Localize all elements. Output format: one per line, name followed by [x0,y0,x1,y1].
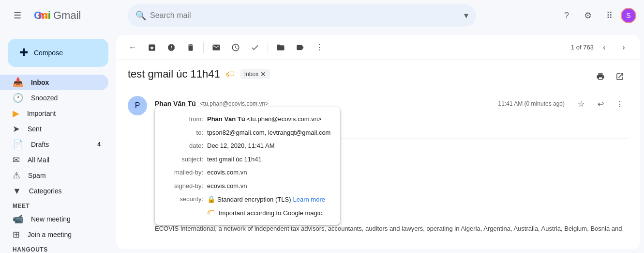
star-button[interactable]: ☆ [572,95,590,112]
sidebar-item-label: Drafts [31,141,90,148]
main: ✚ Compose 📥 Inbox 🕐 Snoozed ▶ Important … [0,31,644,253]
search-dropdown-icon[interactable]: ▾ [464,10,468,21]
sidebar-item-inbox[interactable]: 📥 Inbox [0,75,108,90]
snooze-button[interactable] [227,39,244,56]
toolbar-separator-2 [268,42,268,53]
sidebar: ✚ Compose 📥 Inbox 🕐 Snoozed ▶ Important … [0,31,116,253]
gmail-label: Gmail [53,9,81,22]
new-meeting-icon: 📹 [13,214,23,224]
subject-tag-icon: 🏷 [226,69,235,79]
new-window-button[interactable] [611,68,629,85]
detail-mailed-by-row: mailed-by: ecovis.com.vn [165,168,330,177]
signed-by-label: signed-by: [165,181,203,191]
move-to-button[interactable] [272,39,289,56]
topbar-right: ? ⚙ ⠿ S [557,6,636,25]
sidebar-item-label: Sent [28,125,101,133]
security-label: security: [165,194,203,205]
meet-section-label: Meet [0,199,116,211]
menu-button[interactable]: ☰ [8,6,27,25]
sidebar-item-join-meeting[interactable]: ⊞ Join a meeting [0,227,108,242]
done-button[interactable] [246,39,264,56]
prev-email-button[interactable]: ‹ [596,39,613,56]
sidebar-item-label: All Mail [28,156,101,164]
sidebar-item-spam[interactable]: ⚠ Spam [0,168,108,183]
detail-signed-by-row: signed-by: ecovis.com.vn [165,181,330,191]
sidebar-item-label: Important [27,110,101,117]
google-icon: G m a i [31,6,50,25]
sidebar-item-label: Categories [29,187,101,195]
apps-button[interactable]: ⠿ [599,6,619,25]
email-details-popup: from: Phan Văn Tú <tu.phan@ecovis.com.vn… [155,107,340,225]
message-more-button[interactable]: ⋮ [611,95,629,112]
delete-button[interactable] [182,39,199,56]
report-spam-button[interactable] [163,39,180,56]
pagination-text: 1 of 763 [571,44,594,51]
compose-label: Compose [34,49,63,57]
email-thread: P Phan Văn Tú <tu.phan@ecovis.com.vn> 11… [116,89,640,249]
labels-button[interactable] [291,39,309,56]
mark-as-read-button[interactable] [208,39,225,56]
message-actions: ☆ ↩ ⋮ [572,95,629,112]
learn-more-link[interactable]: Learn more [293,195,325,205]
sidebar-item-drafts[interactable]: 📄 Drafts 4 [0,137,108,152]
detail-from-row: from: Phan Văn Tú <tu.phan@ecovis.com.vn… [165,114,330,124]
sidebar-item-label: Snoozed [31,94,101,102]
reply-button[interactable]: ↩ [592,95,609,112]
settings-button[interactable]: ⚙ [578,6,598,25]
gmail-logo: G m a i Gmail [31,6,81,25]
help-button[interactable]: ? [557,6,576,25]
sidebar-item-label: Inbox [31,79,101,86]
inbox-tag: Inbox ✕ [240,69,270,79]
message-time: 11:41 AM (0 minutes ago) [498,100,565,107]
search-input[interactable] [150,11,460,20]
security-value: 🔒 Standard encryption (TLS) Learn more [207,194,330,205]
categories-icon: ▼ [13,186,21,196]
drafts-badge: 4 [97,141,101,148]
more-options-button[interactable]: ⋮ [311,39,328,56]
detail-date-row: date: Dec 12, 2020, 11:41 AM [165,141,330,151]
from-value: Phan Văn Tú <tu.phan@ecovis.com.vn> [207,114,330,124]
back-button[interactable]: ← [124,39,141,56]
toolbar-separator [203,42,204,53]
mailed-by-value: ecovis.com.vn [207,168,330,177]
detail-subject-label: subject: [165,155,203,164]
new-meeting-label: New meeting [31,215,101,223]
email-area: ← [116,35,640,249]
signed-by-value: ecovis.com.vn [207,181,330,191]
detail-subject-value: test gmail úc 11h41 [207,155,330,164]
archive-button[interactable] [143,39,161,56]
next-email-button[interactable]: › [615,39,632,56]
magic-row: 🏷 Important according to Google magic. [165,208,330,217]
compose-button[interactable]: ✚ Compose [8,39,108,67]
toolbar-right: 1 of 763 ‹ › [571,39,632,56]
security-text: Standard encryption (TLS) [217,195,291,205]
detail-security-row: security: 🔒 Standard encryption (TLS) Le… [165,194,330,205]
avatar[interactable]: S [621,8,636,23]
topbar-left: ☰ G m a i Gmail [8,6,124,25]
email-subject-row: test gmail úc 11h41 🏷 Inbox ✕ [128,68,584,80]
inbox-tag-label: Inbox [244,71,258,78]
footer-text: ECOVIS International, a network of indep… [155,225,629,232]
sidebar-item-important[interactable]: ▶ Important [0,106,108,121]
to-label: to: [165,128,203,138]
join-meeting-label: Join a meeting [28,231,101,238]
sidebar-item-allmail[interactable]: ✉ All Mail [0,152,108,168]
inbox-icon: 📥 [13,77,23,88]
print-button[interactable] [592,68,609,85]
sidebar-item-sent[interactable]: ➤ Sent [0,121,108,137]
email-message: P Phan Văn Tú <tu.phan@ecovis.com.vn> 11… [128,89,629,238]
snoozed-icon: 🕐 [13,93,23,103]
sidebar-item-new-meeting[interactable]: 📹 New meeting [0,211,108,227]
search-bar: 🔍 ▾ [128,4,476,27]
header-actions [592,68,629,85]
email-toolbar: ← [116,35,640,60]
spam-icon: ⚠ [13,170,20,181]
magic-text: Important according to Google magic. [219,209,330,217]
sidebar-item-categories[interactable]: ▼ Categories [0,183,108,199]
sender-avatar: P [128,96,147,115]
inbox-tag-close[interactable]: ✕ [260,70,266,78]
allmail-icon: ✉ [13,155,20,165]
detail-to-row: to: tpson82@gmail.com, levtrangqt@gmail.… [165,128,330,138]
sidebar-item-snoozed[interactable]: 🕐 Snoozed [0,90,108,106]
from-label: from: [165,114,203,124]
